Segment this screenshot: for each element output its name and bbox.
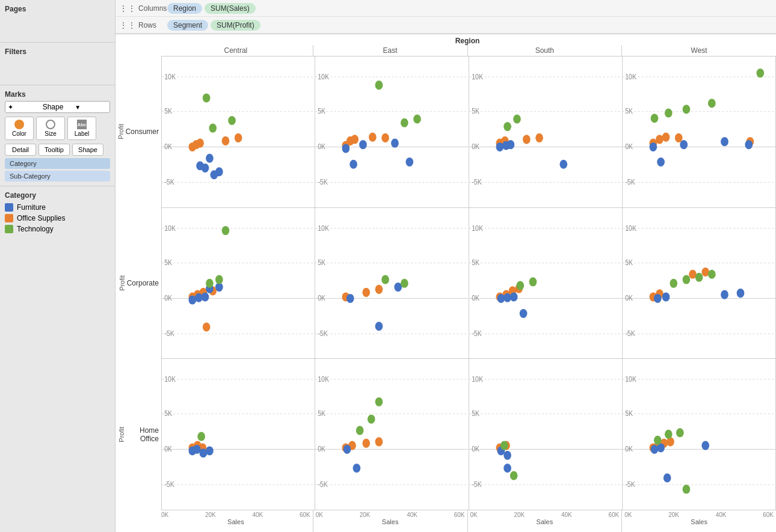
dot [662, 133, 670, 142]
svg-text:5K: 5K [472, 258, 479, 266]
dot [650, 114, 658, 123]
dot [701, 441, 709, 450]
dot [406, 157, 414, 167]
label-icon: Abc [77, 120, 87, 129]
rows-label-text: Rows [138, 21, 156, 29]
dot [664, 474, 671, 483]
category-shelf[interactable]: Category [5, 158, 110, 169]
dot [510, 471, 517, 480]
dot [368, 415, 375, 424]
svg-text:5K: 5K [318, 258, 325, 266]
sub-category-shelf[interactable]: Sub-Category [5, 171, 110, 182]
legend-title: Category [5, 191, 110, 200]
svg-corporate-south: 10K 5K 0K -5K [469, 208, 622, 359]
dot [522, 135, 530, 144]
rows-shelf-row: ⋮⋮ Rows Segment SUM(Profit) [115, 17, 776, 34]
size-button[interactable]: Size [36, 117, 65, 140]
label-button[interactable]: Abc Label [67, 117, 96, 140]
dot [665, 108, 673, 117]
corporate-profit-label: Profit [119, 275, 126, 291]
plot-corporate-south: 10K 5K 0K -5K [469, 208, 623, 359]
chart-area: Region Central East South West Profit Co… [115, 34, 776, 532]
columns-grid-icon: ⋮⋮ [119, 4, 136, 13]
dot [513, 115, 521, 124]
dot [375, 81, 383, 90]
plot-consumer-east: 10K 5K 0K -5K [315, 57, 469, 207]
furniture-dot [5, 203, 13, 212]
svg-text:5K: 5K [318, 409, 325, 418]
bottom-axis-row: 0K20K40K60K Sales 0K20K40K60K Sales 0K20… [159, 510, 776, 532]
size-icon [46, 120, 55, 129]
dot [708, 99, 716, 108]
size-label: Size [45, 130, 56, 137]
col-header-west: West [622, 45, 776, 56]
dot [375, 438, 383, 447]
dot [375, 322, 383, 331]
svg-text:0K: 0K [164, 445, 172, 453]
dot [496, 142, 503, 151]
dot [369, 133, 377, 142]
svg-text:0K: 0K [625, 445, 633, 453]
plot-consumer-south: 10K 5K 0K -5K [469, 57, 623, 207]
detail-button[interactable]: Detail [5, 144, 36, 156]
dot [559, 160, 567, 169]
segment-label-homeoffice: Profit Home Office [118, 359, 161, 510]
filters-title: Filters [5, 47, 110, 56]
bottom-axis-south: 0K20K40K60K Sales [468, 510, 623, 532]
marks-type-dropdown[interactable]: ✦ Shape ▼ [5, 101, 110, 113]
technology-label: Technology [17, 225, 54, 233]
dot [222, 226, 230, 235]
plot-consumer-central: 10K 5K 0K -5K [162, 57, 315, 207]
columns-pill-sales[interactable]: SUM(Sales) [205, 3, 256, 14]
category-legend-section: Category Furniture Office Supplies Techn… [0, 186, 115, 240]
dot [363, 439, 371, 448]
south-x-label: Sales [537, 518, 553, 525]
color-label: Color [12, 130, 26, 137]
dot [695, 272, 703, 281]
dot [202, 164, 209, 173]
svg-text:0K: 0K [625, 293, 633, 302]
dot [675, 133, 683, 142]
row-homeoffice: 10K 5K 0K -5K [162, 359, 775, 510]
shape-button[interactable]: Shape [72, 144, 103, 156]
label-text: Label [75, 130, 89, 137]
dot [682, 275, 690, 284]
rows-grid-icon: ⋮⋮ [119, 20, 136, 30]
dot [228, 116, 236, 125]
main-area: ⋮⋮ Columns Region SUM(Sales) ⋮⋮ Rows Seg… [115, 0, 776, 532]
dot [215, 167, 223, 176]
dot [676, 429, 684, 438]
rows-pill-segment[interactable]: Segment [167, 20, 208, 31]
south-x-ticks: 0K20K40K60K [468, 512, 622, 518]
segment-label-consumer: Profit Consumer [118, 56, 161, 207]
plot-homeoffice-central: 10K 5K 0K -5K [162, 359, 315, 510]
tooltip-button[interactable]: Tooltip [38, 144, 70, 156]
dot [215, 275, 223, 284]
legend-technology: Technology [5, 225, 110, 233]
svg-text:-5K: -5K [625, 177, 635, 186]
svg-text:5K: 5K [472, 106, 479, 115]
left-panel: Pages Filters Marks ✦ Shape ▼ Color Size… [0, 0, 115, 532]
dropdown-arrow-icon: ▼ [75, 104, 107, 111]
svg-consumer-east: 10K 5K 0K -5K [315, 57, 468, 207]
dot [202, 292, 209, 301]
office-supplies-label: Office Supplies [17, 214, 66, 222]
svg-consumer-west: 10K 5K 0K -5K [623, 57, 775, 207]
color-button[interactable]: Color [5, 117, 34, 140]
svg-text:-5K: -5K [164, 329, 174, 337]
dot [391, 139, 399, 148]
dot [196, 139, 204, 148]
marks-row2: Detail Tooltip Shape [5, 144, 110, 156]
dot [721, 137, 728, 146]
svg-text:0K: 0K [625, 142, 633, 150]
svg-corporate-central: 10K 5K 0K -5K [162, 208, 315, 359]
svg-text:5K: 5K [472, 409, 479, 418]
svg-text:-5K: -5K [164, 177, 174, 186]
plots-area: 10K 5K 0K -5K [161, 56, 776, 510]
rows-pill-profit[interactable]: SUM(Profit) [211, 20, 260, 31]
dot [343, 445, 351, 454]
columns-pill-region[interactable]: Region [167, 3, 202, 14]
east-x-label: Sales [382, 518, 399, 525]
svg-text:10K: 10K [472, 375, 483, 383]
dot [351, 135, 359, 144]
